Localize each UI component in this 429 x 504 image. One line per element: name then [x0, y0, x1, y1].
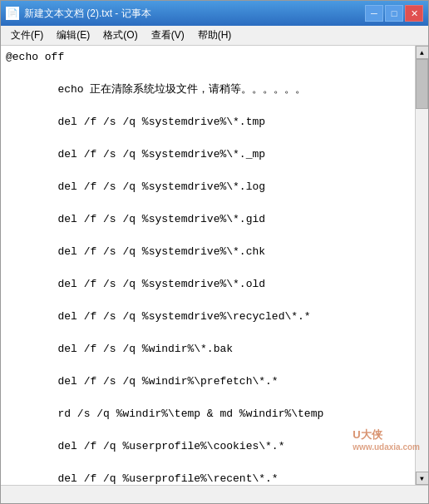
menu-help[interactable]: 帮助(H)	[191, 27, 239, 45]
app-icon: 📄	[6, 7, 19, 20]
title-controls: ─ □ ✕	[365, 5, 423, 22]
window: 📄 新建文本文档 (2).txt - 记事本 ─ □ ✕ 文件(F) 编辑(E)…	[0, 0, 429, 504]
window-title: 新建文本文档 (2).txt - 记事本	[24, 7, 151, 21]
text-content[interactable]: @echo off echo 正在清除系统垃圾文件，请稍等。。。。。。 del …	[1, 46, 415, 485]
close-button[interactable]: ✕	[405, 5, 423, 22]
status-bar	[1, 485, 428, 503]
scrollbar-thumb[interactable]	[416, 59, 428, 109]
minimize-button[interactable]: ─	[365, 5, 383, 22]
scrollbar-track[interactable]	[416, 59, 428, 472]
menu-format[interactable]: 格式(O)	[96, 27, 144, 45]
menu-view[interactable]: 查看(V)	[145, 27, 191, 45]
scroll-up-button[interactable]: ▲	[416, 46, 429, 59]
title-bar: 📄 新建文本文档 (2).txt - 记事本 ─ □ ✕	[1, 1, 428, 26]
menu-file[interactable]: 文件(F)	[4, 27, 50, 45]
scroll-down-button[interactable]: ▼	[416, 472, 429, 485]
menu-bar: 文件(F) 编辑(E) 格式(O) 查看(V) 帮助(H)	[1, 26, 428, 46]
menu-edit[interactable]: 编辑(E)	[50, 27, 96, 45]
title-text: 📄 新建文本文档 (2).txt - 记事本	[6, 7, 151, 21]
maximize-button[interactable]: □	[385, 5, 403, 22]
content-area: @echo off echo 正在清除系统垃圾文件，请稍等。。。。。。 del …	[1, 46, 428, 485]
scrollbar[interactable]: ▲ ▼	[415, 46, 428, 485]
